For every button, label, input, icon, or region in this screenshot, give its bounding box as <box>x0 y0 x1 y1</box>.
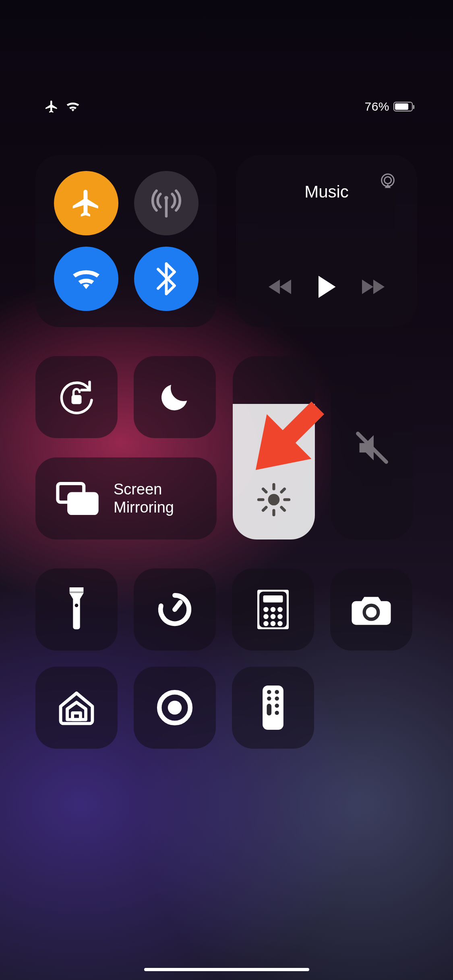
screen-mirroring-label: Screen Mirroring <box>114 480 174 517</box>
svg-point-29 <box>277 621 283 626</box>
timer-button[interactable] <box>134 568 216 651</box>
svg-rect-20 <box>263 595 283 603</box>
play-button[interactable] <box>316 275 337 299</box>
status-bar-left <box>44 99 80 114</box>
screen-record-button[interactable] <box>134 667 216 749</box>
screen-mirroring-icon <box>55 481 100 516</box>
brightness-slider[interactable] <box>233 356 315 539</box>
svg-line-18 <box>175 602 180 609</box>
brightness-icon <box>256 482 291 517</box>
control-center: Music <box>35 155 418 749</box>
status-bar-right: 76% <box>364 100 413 113</box>
airplane-mode-button[interactable] <box>54 171 118 235</box>
battery-percent: 76% <box>364 100 389 113</box>
previous-track-button[interactable] <box>267 278 293 296</box>
svg-point-37 <box>275 696 279 700</box>
svg-rect-33 <box>263 686 283 730</box>
svg-point-7 <box>268 494 280 506</box>
do-not-disturb-button[interactable] <box>134 356 216 438</box>
svg-point-21 <box>263 607 269 612</box>
flashlight-button[interactable] <box>35 568 118 651</box>
svg-rect-4 <box>72 395 82 404</box>
bluetooth-button[interactable] <box>134 247 199 311</box>
svg-point-24 <box>263 614 269 619</box>
battery-icon <box>393 102 413 111</box>
svg-point-34 <box>267 690 271 694</box>
connectivity-panel[interactable] <box>35 155 217 327</box>
svg-point-36 <box>267 696 271 700</box>
svg-point-23 <box>277 607 283 612</box>
svg-point-25 <box>271 614 276 619</box>
svg-point-22 <box>271 607 276 612</box>
svg-point-28 <box>271 621 276 626</box>
cellular-data-button[interactable] <box>134 171 199 235</box>
status-bar: 76% <box>0 95 453 119</box>
svg-point-27 <box>263 621 269 626</box>
svg-line-12 <box>263 489 266 492</box>
svg-point-1 <box>164 196 168 200</box>
volume-slider[interactable] <box>331 356 413 539</box>
home-app-button[interactable] <box>35 667 118 749</box>
svg-rect-38 <box>267 704 271 715</box>
orientation-lock-button[interactable] <box>35 356 118 438</box>
volume-muted-icon <box>353 429 391 467</box>
wifi-icon <box>66 101 80 112</box>
home-indicator[interactable] <box>144 968 309 971</box>
svg-point-35 <box>275 690 279 694</box>
next-track-button[interactable] <box>360 278 386 296</box>
media-panel[interactable]: Music <box>236 155 417 327</box>
svg-rect-17 <box>70 591 84 593</box>
svg-rect-6 <box>69 494 97 513</box>
svg-line-15 <box>281 489 285 492</box>
wifi-button[interactable] <box>54 247 118 311</box>
brightness-slider-fill <box>233 404 315 539</box>
calculator-button[interactable] <box>232 568 314 651</box>
svg-point-26 <box>277 614 283 619</box>
screen-mirroring-tile[interactable]: Screen Mirroring <box>35 457 217 539</box>
svg-line-13 <box>281 507 285 511</box>
svg-point-39 <box>275 704 279 708</box>
svg-point-40 <box>275 711 279 715</box>
svg-point-3 <box>384 177 391 183</box>
camera-button[interactable] <box>330 568 412 651</box>
apple-tv-remote-button[interactable] <box>232 667 314 749</box>
svg-line-14 <box>263 507 266 511</box>
airplay-icon[interactable] <box>379 172 397 190</box>
airplane-mode-icon <box>44 99 59 114</box>
svg-point-32 <box>168 701 182 715</box>
